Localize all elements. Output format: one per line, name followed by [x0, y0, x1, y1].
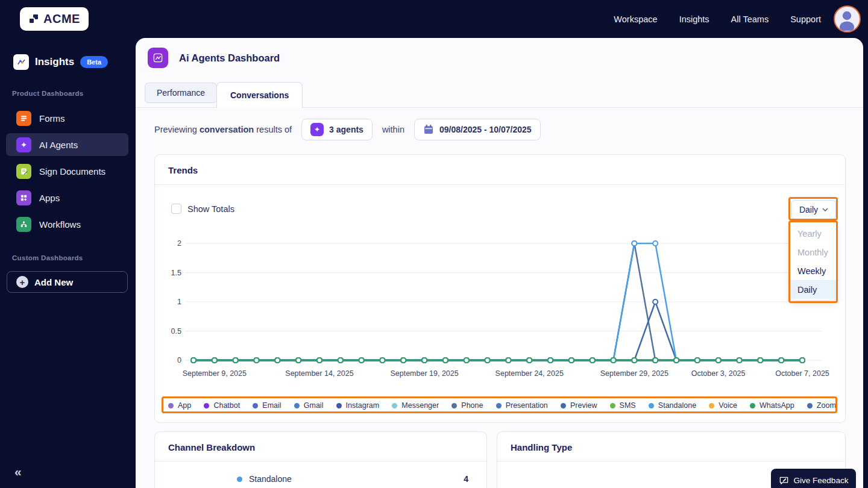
legend-dot	[610, 403, 615, 408]
legend-item-voice[interactable]: Voice	[709, 401, 737, 410]
period-select[interactable]: Daily	[791, 200, 836, 219]
legend-item-app[interactable]: App	[168, 401, 191, 410]
sidebar-item-workflows[interactable]: Workflows	[6, 213, 128, 236]
legend-label: SMS	[620, 401, 636, 410]
insights-icon	[13, 54, 29, 70]
legend-item-gmail[interactable]: Gmail	[294, 401, 324, 410]
give-feedback-button[interactable]: Give Feedback	[771, 469, 856, 488]
svg-text:0: 0	[177, 356, 181, 364]
legend-item-email[interactable]: Email	[253, 401, 281, 410]
tab-conversations[interactable]: Conversations	[216, 82, 303, 108]
date-range-chip[interactable]: 09/08/2025 - 10/07/2025	[414, 119, 541, 140]
sidebar-item-label: Workflows	[39, 219, 81, 230]
legend-dot	[451, 403, 457, 408]
sidebar-item-ai-agents[interactable]: ✦ AI Agents	[6, 133, 128, 156]
preview-bar: Previewing conversation results of ✦ 3 a…	[154, 119, 541, 140]
person-icon	[835, 7, 859, 31]
svg-text:September 19, 2025: September 19, 2025	[390, 369, 458, 378]
channel-label: Standalone	[249, 474, 292, 484]
nav-link-workspace[interactable]: Workspace	[614, 14, 657, 24]
show-totals-checkbox[interactable]	[171, 204, 181, 214]
date-range-label: 09/08/2025 - 10/07/2025	[439, 125, 532, 134]
main-content: Ai Agents Dashboard Performance Conversa…	[136, 38, 863, 488]
svg-text:October 7, 2025: October 7, 2025	[775, 369, 829, 378]
preview-text: Previewing conversation results of	[154, 125, 292, 134]
legend-label: Gmail	[304, 401, 324, 410]
svg-text:0.5: 0.5	[171, 327, 181, 336]
show-totals-label: Show Totals	[187, 204, 234, 214]
legend-dot	[709, 403, 714, 408]
user-avatar[interactable]	[834, 5, 861, 33]
nav-link-support[interactable]: Support	[790, 14, 821, 24]
acme-brand-text: ACME	[43, 12, 80, 26]
top-bar: ACME Workspace Insights All Teams Suppor…	[0, 0, 868, 38]
forms-icon	[16, 111, 31, 126]
top-nav: Workspace Insights All Teams Support	[614, 0, 821, 38]
legend-dot	[168, 403, 174, 408]
legend-item-whatsapp[interactable]: WhatsApp	[750, 401, 794, 410]
legend-dot	[392, 403, 397, 408]
period-option-daily[interactable]: Daily	[790, 280, 836, 299]
sidebar-item-label: Forms	[39, 113, 65, 124]
legend-item-phone[interactable]: Phone	[451, 401, 483, 410]
sidebar-item-sign-documents[interactable]: Sign Documents	[6, 160, 128, 183]
svg-text:1.5: 1.5	[171, 269, 181, 277]
nav-link-insights[interactable]: Insights	[679, 14, 709, 24]
period-select-value: Daily	[799, 205, 818, 214]
legend-dot	[807, 403, 813, 408]
sidebar-item-label: Apps	[39, 193, 60, 203]
legend-item-messenger[interactable]: Messenger	[392, 401, 439, 410]
legend-item-presentation[interactable]: Presentation	[496, 401, 548, 410]
legend-item-chatbot[interactable]: Chatbot	[204, 401, 240, 410]
legend-dot	[750, 403, 755, 408]
legend-label: Zoom	[817, 401, 836, 410]
agents-selector-chip[interactable]: ✦ 3 agents	[301, 119, 373, 140]
sign-documents-icon	[16, 164, 31, 179]
period-option-weekly[interactable]: Weekly	[790, 261, 836, 280]
ai-agents-icon: ✦	[16, 137, 31, 152]
acme-logo-icon	[28, 13, 40, 25]
legend-dot	[336, 403, 342, 408]
legend-item-preview[interactable]: Preview	[561, 401, 597, 410]
sidebar-item-apps[interactable]: Apps	[6, 186, 128, 209]
sidebar-item-label: Sign Documents	[39, 166, 105, 177]
nav-link-all-teams[interactable]: All Teams	[731, 14, 769, 24]
legend-label: Presentation	[506, 401, 548, 410]
legend-item-sms[interactable]: SMS	[610, 401, 636, 410]
tab-performance[interactable]: Performance	[145, 83, 217, 103]
workflows-icon	[16, 217, 31, 232]
legend-item-instagram[interactable]: Instagram	[336, 401, 380, 410]
tabs-row: Performance Conversations	[136, 82, 863, 108]
legend-label: Phone	[461, 401, 483, 410]
period-option-yearly[interactable]: Yearly	[790, 224, 836, 243]
channel-row-standalone: Standalone 4	[155, 474, 486, 484]
chart-legend: AppChatbotEmailGmailInstagramMessengerPh…	[168, 398, 836, 413]
handling-type-title: Handling Type	[511, 442, 572, 452]
within-label: within	[382, 125, 404, 134]
app-root: ACME Workspace Insights All Teams Suppor…	[0, 0, 868, 488]
legend-dot	[253, 403, 258, 408]
add-new-button[interactable]: + Add New	[7, 271, 128, 293]
agents-count-label: 3 agents	[329, 125, 363, 134]
svg-text:1: 1	[177, 298, 181, 306]
apps-icon	[16, 190, 31, 205]
dashboard-icon	[148, 48, 168, 68]
sidebar-insights-header[interactable]: Insights Beta	[13, 54, 108, 70]
sidebar-insights-label: Insights	[35, 56, 74, 68]
page-title: Ai Agents Dashboard	[179, 52, 280, 64]
period-option-monthly[interactable]: Monthly	[790, 243, 836, 261]
channel-value: 4	[464, 474, 468, 484]
legend-item-standalone[interactable]: Standalone	[649, 401, 696, 410]
svg-text:September 9, 2025: September 9, 2025	[183, 369, 247, 378]
show-totals-control: Show Totals	[171, 204, 234, 214]
section-product-dashboards: Product Dashboards	[12, 90, 84, 97]
sidebar-collapse-button[interactable]: «	[14, 465, 22, 479]
acme-logo[interactable]: ACME	[20, 7, 89, 31]
chevron-down-icon	[822, 208, 828, 211]
sidebar-item-label: AI Agents	[39, 140, 78, 150]
legend-label: Chatbot	[213, 401, 240, 410]
sidebar-item-forms[interactable]: Forms	[6, 107, 128, 130]
trends-title: Trends	[168, 165, 198, 175]
legend-item-zoom[interactable]: Zoom	[807, 401, 836, 410]
plus-circle-icon: +	[16, 276, 28, 288]
